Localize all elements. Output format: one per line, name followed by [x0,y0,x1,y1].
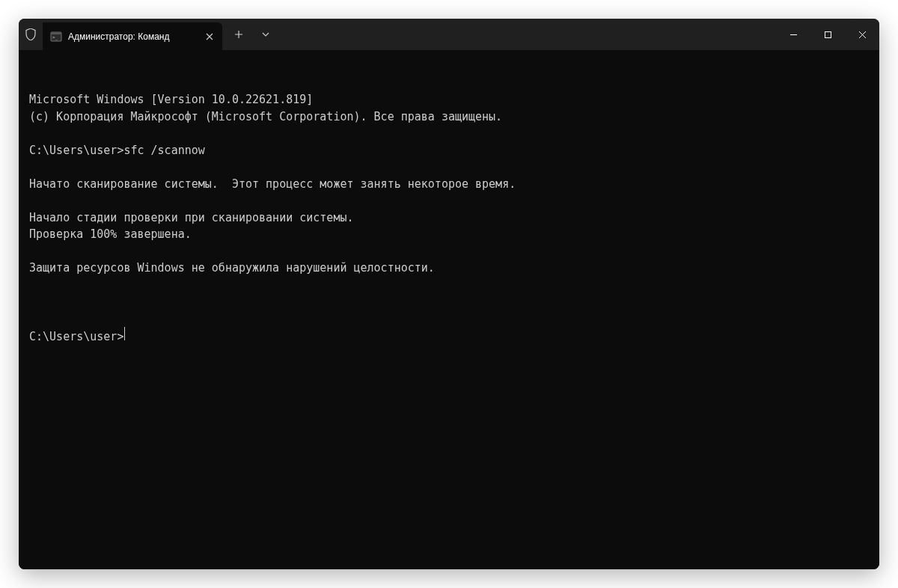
terminal-line [29,277,869,294]
svg-text:>_: >_ [52,34,58,40]
terminal-line: Начато сканирование системы. Этот процес… [29,176,869,193]
tab-active[interactable]: >_ Администратор: Команд [43,22,222,50]
prompt-text: C:\Users\user> [29,328,123,346]
admin-shield-icon [19,19,43,50]
prompt-line: C:\Users\user> [29,327,869,346]
terminal-line: (c) Корпорация Майкрософт (Microsoft Cor… [29,108,869,126]
terminal-line: Проверка 100% завершена. [29,226,869,243]
cmd-icon: >_ [50,31,62,43]
tab-close-button[interactable] [203,30,216,43]
titlebar: >_ Администратор: Команд [19,19,879,50]
terminal-line [29,192,869,209]
cursor [124,327,125,340]
terminal-window: >_ Администратор: Команд [19,19,879,569]
window-controls [776,19,879,50]
tab-actions [225,19,279,50]
svg-rect-3 [825,31,831,37]
terminal-line: Защита ресурсов Windows не обнаружила на… [29,260,869,277]
terminal-line: C:\Users\user>sfc /scannow [29,142,869,159]
terminal-line [29,243,869,260]
terminal-line: Начало стадии проверки при сканировании … [29,209,869,227]
close-button[interactable] [845,19,879,50]
terminal-body[interactable]: Microsoft Windows [Version 10.0.22621.81… [19,50,879,569]
terminal-line [29,125,869,142]
tab-dropdown-button[interactable] [252,22,279,46]
terminal-output: Microsoft Windows [Version 10.0.22621.81… [29,91,869,293]
terminal-line: Microsoft Windows [Version 10.0.22621.81… [29,91,869,108]
terminal-line [29,159,869,176]
minimize-button[interactable] [776,19,810,50]
new-tab-button[interactable] [225,22,252,46]
tab-title: Администратор: Команд [68,31,197,42]
maximize-button[interactable] [810,19,845,50]
